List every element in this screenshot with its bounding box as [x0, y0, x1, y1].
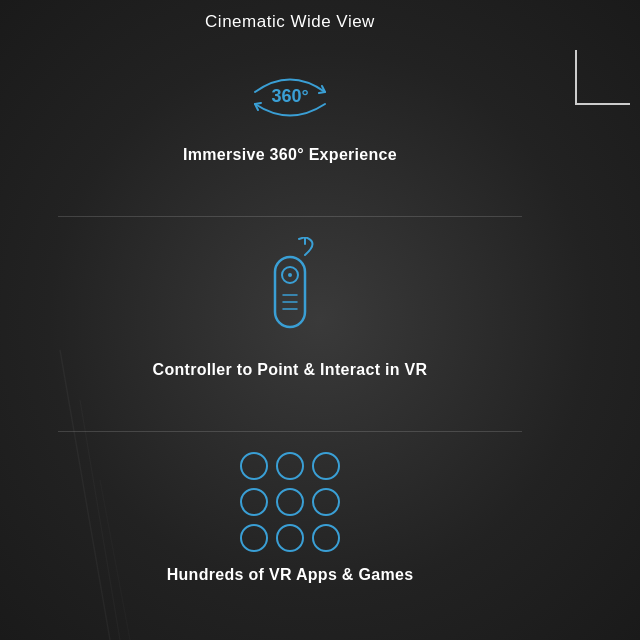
section-apps: Hundreds of VR Apps & Games: [0, 452, 580, 608]
page-background: Cinematic Wide View 360° Immersive 360° …: [0, 0, 640, 640]
page-title: Cinematic Wide View: [205, 12, 375, 32]
app-dot-9: [312, 524, 340, 552]
app-dot-3: [312, 452, 340, 480]
360-icon: 360°: [240, 62, 340, 132]
svg-point-6: [288, 273, 292, 277]
app-dot-7: [240, 524, 268, 552]
corner-bracket-icon: [575, 50, 630, 105]
app-dot-1: [240, 452, 268, 480]
section-360: 360° Immersive 360° Experience: [0, 62, 580, 188]
apps-grid-icon: [240, 452, 340, 552]
section-controller: Controller to Point & Interact in VR: [0, 237, 580, 403]
app-dot-6: [312, 488, 340, 516]
divider-2: [58, 431, 522, 432]
section-apps-label: Hundreds of VR Apps & Games: [167, 566, 414, 584]
app-dot-5: [276, 488, 304, 516]
controller-icon: [250, 237, 330, 347]
section-controller-label: Controller to Point & Interact in VR: [153, 361, 428, 379]
app-dot-4: [240, 488, 268, 516]
app-dot-2: [276, 452, 304, 480]
section-360-label: Immersive 360° Experience: [183, 146, 397, 164]
svg-text:360°: 360°: [271, 86, 308, 106]
divider-1: [58, 216, 522, 217]
main-content: Cinematic Wide View 360° Immersive 360° …: [0, 0, 580, 640]
app-dot-8: [276, 524, 304, 552]
